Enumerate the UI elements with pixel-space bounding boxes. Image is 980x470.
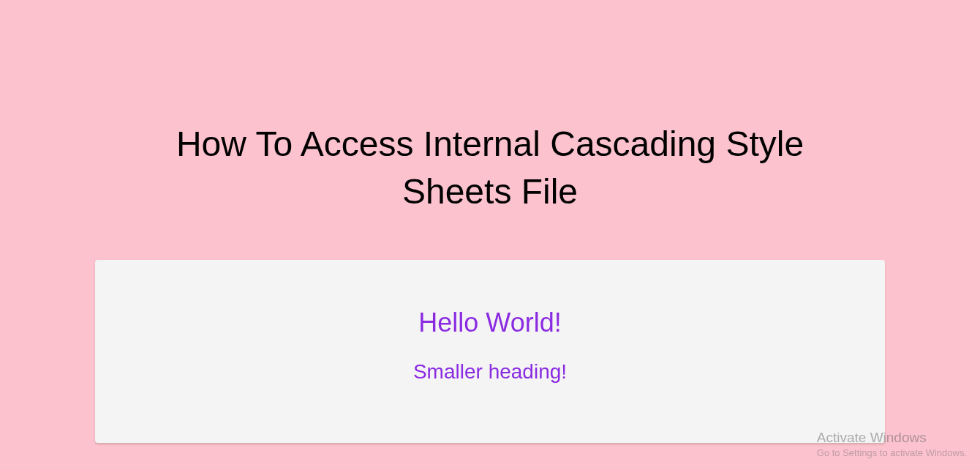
- content-subheading: Smaller heading!: [95, 360, 885, 384]
- watermark-title: Activate Windows: [817, 430, 967, 446]
- watermark-subtitle: Go to Settings to activate Windows.: [817, 447, 967, 458]
- content-heading: Hello World!: [95, 307, 885, 338]
- page-title: How To Access Internal Cascading Style S…: [132, 0, 848, 216]
- content-box: Hello World! Smaller heading!: [95, 260, 885, 443]
- windows-activation-watermark: Activate Windows Go to Settings to activ…: [817, 430, 967, 458]
